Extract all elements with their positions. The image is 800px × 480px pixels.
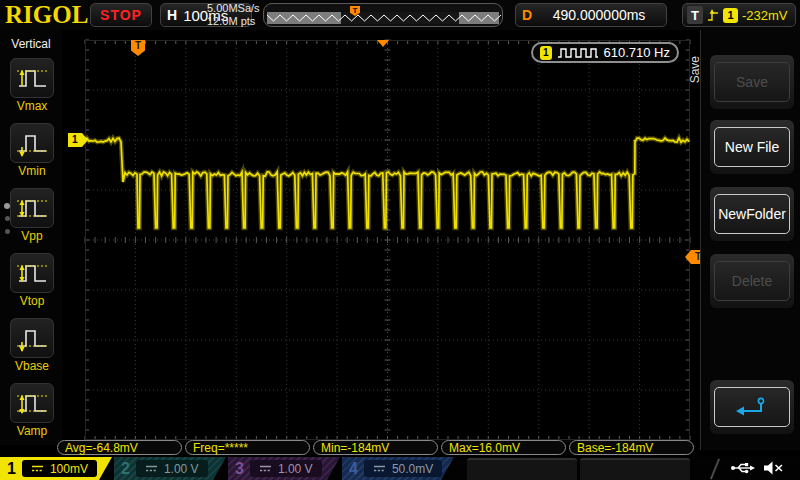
page-indicator-dot (4, 203, 10, 209)
coupling-icon (259, 464, 272, 473)
trigger-level-value: -232mV (742, 8, 788, 23)
delay-value: 490.000000ms (553, 7, 646, 23)
channel-scale-value: 1.00 V (164, 462, 199, 476)
trigger-position-marker (377, 40, 389, 47)
menu-item-label: Vmax (9, 99, 55, 113)
measurement-base: Base=-184mV (569, 440, 694, 455)
measurement-bar: Avg=-64.8mVFreq=*****Min=-184mVMax=16.0m… (0, 440, 800, 456)
channel-number: 4 (342, 460, 364, 478)
channel-4-tab[interactable]: 4 50.0mV (342, 457, 454, 480)
page-indicator-dot (5, 229, 10, 234)
square-wave-icon (557, 46, 599, 59)
channel-2-tab[interactable]: 2 1.00 V (114, 457, 226, 480)
channel-scale-value: 100mV (50, 462, 88, 476)
menu-item-label: Vmin (9, 164, 55, 178)
menu-item-vtop[interactable]: Vtop (9, 253, 55, 308)
vtop-icon (10, 253, 54, 293)
usb-icon (730, 460, 756, 476)
coupling-icon (373, 464, 386, 473)
channel-number: 3 (228, 460, 250, 478)
menu-tab-label: Save (688, 56, 702, 83)
channel-bar: 1 100mV 2 1.00 V 3 1.00 V 4 50.0mV (0, 457, 800, 480)
button-label: Delete (732, 273, 772, 289)
measurement-min: Min=-184mV (313, 440, 438, 455)
speaker-muted-icon (762, 460, 784, 476)
menu-item-vbase[interactable]: Vbase (9, 318, 55, 373)
menu-item-vpp[interactable]: Vpp (9, 188, 55, 243)
waveform-trace (85, 40, 690, 440)
button-label: Save (736, 74, 768, 90)
menu-item-vamp[interactable]: Vamp (9, 383, 55, 438)
status-icons (730, 460, 784, 476)
menu-item-vmax[interactable]: Vmax (9, 58, 55, 113)
page-indicator-dot (5, 216, 10, 221)
return-arrow-icon (733, 395, 771, 419)
left-menu-title: Vertical (0, 30, 62, 51)
button-label: New File (725, 139, 779, 155)
top-status-bar: RIGOL STOP H 100ms 5.00MSa/s 12.0M pts T… (0, 0, 800, 30)
delay-box: D 490.000000ms (515, 3, 667, 27)
waveform-overview: T (263, 3, 503, 27)
graticule: T 1 T 1 610.710 Hz (85, 40, 690, 440)
memory-depth-readout: 12.0M pts (207, 15, 260, 28)
trigger-source-badge: 1 (723, 8, 738, 23)
freq-counter: 1 610.710 Hz (531, 42, 679, 63)
back-button[interactable] (710, 380, 794, 434)
new-file-button[interactable]: New File (710, 120, 794, 174)
empty-menu-slot (580, 458, 690, 480)
run-state-badge: STOP (90, 3, 152, 27)
channel-3-tab[interactable]: 3 1.00 V (228, 457, 340, 480)
brand-logo: RIGOL (5, 1, 88, 29)
trigger-label: T (687, 6, 703, 24)
menu-item-label: Vpp (9, 229, 55, 243)
vmin-icon (10, 123, 54, 163)
empty-menu-slot (467, 458, 577, 480)
overview-band (267, 12, 499, 24)
channel-1-tab[interactable]: 1 100mV (0, 457, 112, 480)
run-state-label: STOP (100, 7, 142, 23)
sample-rate-readout: 5.00MSa/s (207, 2, 260, 15)
vbase-icon (10, 318, 54, 358)
trigger-box: T 1 -232mV (682, 3, 796, 27)
delay-label: D (522, 7, 532, 23)
measurement-max: Max=16.0mV (441, 440, 566, 455)
channel-scale-value: 1.00 V (278, 462, 313, 476)
save-button[interactable]: Save (710, 55, 794, 109)
channel-number: 2 (114, 460, 136, 478)
rising-edge-icon (707, 8, 719, 23)
newfolder-button[interactable]: NewFolder (710, 187, 794, 241)
vmax-icon (10, 58, 54, 98)
acquisition-readout: 5.00MSa/s 12.0M pts (207, 2, 260, 28)
button-label: NewFolder (718, 206, 786, 222)
menu-item-vmin[interactable]: Vmin (9, 123, 55, 178)
horizontal-label: H (167, 7, 177, 23)
channel-scale-value: 50.0mV (392, 462, 433, 476)
measurement-freq: Freq=***** (185, 440, 310, 455)
overview-wave (267, 12, 501, 24)
vpp-icon (10, 188, 54, 228)
soft-key-menu: SaveNew FileNewFolderDelete (700, 30, 800, 450)
channel-number: 1 (0, 460, 22, 478)
menu-item-label: Vtop (9, 294, 55, 308)
vamp-icon (10, 383, 54, 423)
coupling-icon (145, 464, 158, 473)
freq-counter-source-badge: 1 (540, 46, 552, 60)
freq-counter-value: 610.710 Hz (604, 45, 671, 60)
coupling-icon (31, 464, 44, 473)
menu-item-label: Vbase (9, 359, 55, 373)
left-menu: Vertical Vmax Vmin Vpp Vtop Vbase Vamp (0, 30, 62, 445)
menu-item-label: Vamp (9, 424, 55, 438)
measurement-avg: Avg=-64.8mV (57, 440, 182, 455)
delete-button[interactable]: Delete (710, 254, 794, 308)
